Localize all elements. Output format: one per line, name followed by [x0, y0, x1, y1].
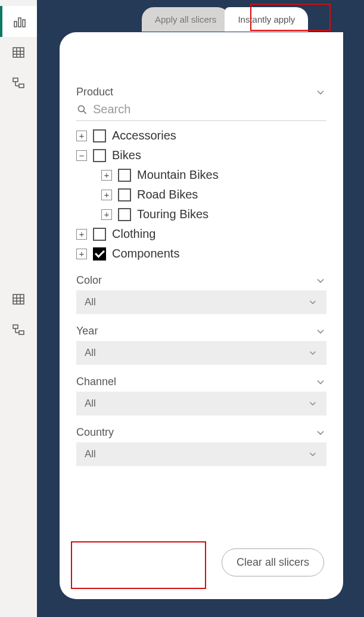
- year-slicer-title: Year: [76, 325, 98, 337]
- slicer-panel: Product + Accessories − Bikes + Mountain…: [60, 32, 343, 599]
- channel-slicer: Channel All: [76, 376, 326, 416]
- tree-label: Accessories: [112, 129, 176, 142]
- country-slicer-title: Country: [76, 426, 114, 439]
- product-slicer-header[interactable]: Product: [76, 86, 326, 98]
- chevron-down-icon: [315, 325, 326, 337]
- view-rail: [0, 0, 37, 617]
- svg-rect-18: [19, 331, 24, 334]
- year-dropdown[interactable]: All: [76, 341, 326, 365]
- product-search-input[interactable]: [92, 102, 326, 117]
- clear-all-slicers-button[interactable]: Clear all slicers: [222, 548, 324, 576]
- checkbox-bikes[interactable]: [93, 149, 106, 162]
- tree-label: Mountain Bikes: [137, 168, 219, 182]
- expand-icon[interactable]: +: [76, 131, 87, 141]
- country-dropdown-value: All: [85, 448, 96, 460]
- expand-icon[interactable]: +: [76, 229, 87, 240]
- channel-dropdown[interactable]: All: [76, 392, 326, 416]
- color-slicer-title: Color: [76, 274, 102, 287]
- tree-item-clothing[interactable]: + Clothing: [76, 224, 326, 244]
- product-slicer-title: Product: [76, 86, 113, 98]
- table-view-icon[interactable]: [0, 37, 37, 68]
- chevron-down-icon: [307, 449, 318, 460]
- tab-apply-all-slicers[interactable]: Apply all slicers: [142, 7, 229, 32]
- tree-label: Components: [112, 247, 179, 261]
- channel-slicer-title: Channel: [76, 376, 116, 388]
- tab-instantly-apply[interactable]: Instantly apply: [225, 7, 308, 32]
- product-tree: + Accessories − Bikes + Mountain Bikes +…: [76, 126, 326, 263]
- expand-icon[interactable]: +: [101, 209, 112, 220]
- table-view-icon-2[interactable]: [0, 284, 37, 315]
- year-slicer-header[interactable]: Year: [76, 325, 326, 337]
- year-slicer: Year All: [76, 325, 326, 365]
- svg-line-22: [83, 111, 86, 114]
- chevron-down-icon: [315, 427, 326, 439]
- chevron-down-icon: [315, 86, 326, 98]
- tree-item-road-bikes[interactable]: + Road Bikes: [76, 185, 326, 204]
- checkbox-components[interactable]: [93, 247, 106, 261]
- color-dropdown-value: All: [85, 296, 96, 308]
- svg-rect-2: [23, 20, 25, 27]
- checkbox-road-bikes[interactable]: [118, 188, 131, 201]
- svg-rect-0: [14, 21, 17, 27]
- tree-item-touring-bikes[interactable]: + Touring Bikes: [76, 204, 326, 224]
- tree-label: Road Bikes: [137, 188, 198, 201]
- tree-item-bikes[interactable]: − Bikes: [76, 145, 326, 165]
- model-view-icon[interactable]: [0, 68, 37, 99]
- chevron-down-icon: [315, 275, 326, 287]
- tree-label: Touring Bikes: [137, 207, 209, 221]
- tree-item-accessories[interactable]: + Accessories: [76, 126, 326, 145]
- expand-icon[interactable]: +: [101, 190, 112, 200]
- slicer-mode-tabs: Apply all slicers Instantly apply: [142, 7, 308, 32]
- color-slicer-header[interactable]: Color: [76, 274, 326, 287]
- tree-label: Bikes: [112, 148, 141, 162]
- search-icon: [76, 104, 88, 116]
- report-view-icon[interactable]: [0, 6, 37, 37]
- tree-label: Clothing: [112, 227, 155, 241]
- checkbox-touring-bikes[interactable]: [118, 208, 131, 221]
- svg-rect-17: [13, 325, 18, 328]
- year-dropdown-value: All: [85, 347, 96, 359]
- checkbox-clothing[interactable]: [93, 228, 106, 241]
- country-dropdown[interactable]: All: [76, 442, 326, 466]
- country-slicer-header[interactable]: Country: [76, 426, 326, 439]
- svg-point-21: [78, 106, 84, 111]
- checkbox-accessories[interactable]: [93, 129, 106, 142]
- svg-rect-3: [13, 48, 24, 57]
- chevron-down-icon: [315, 376, 326, 388]
- product-search[interactable]: [76, 101, 326, 121]
- chevron-down-icon: [307, 297, 318, 308]
- expand-icon[interactable]: +: [76, 249, 87, 259]
- svg-rect-8: [13, 78, 18, 82]
- checkbox-mountain-bikes[interactable]: [118, 169, 131, 182]
- channel-dropdown-value: All: [85, 398, 96, 410]
- chevron-down-icon: [307, 348, 318, 358]
- svg-rect-1: [18, 18, 21, 27]
- country-slicer: Country All: [76, 426, 326, 466]
- tree-item-mountain-bikes[interactable]: + Mountain Bikes: [76, 165, 326, 185]
- chevron-down-icon: [307, 398, 318, 409]
- color-dropdown[interactable]: All: [76, 290, 326, 314]
- expand-icon[interactable]: +: [101, 170, 112, 181]
- color-slicer: Color All: [76, 274, 326, 314]
- svg-rect-12: [13, 294, 24, 304]
- tree-item-components[interactable]: + Components: [76, 244, 326, 263]
- collapse-icon[interactable]: −: [76, 150, 87, 161]
- model-view-icon-2[interactable]: [0, 315, 37, 346]
- channel-slicer-header[interactable]: Channel: [76, 376, 326, 388]
- svg-rect-9: [19, 84, 24, 88]
